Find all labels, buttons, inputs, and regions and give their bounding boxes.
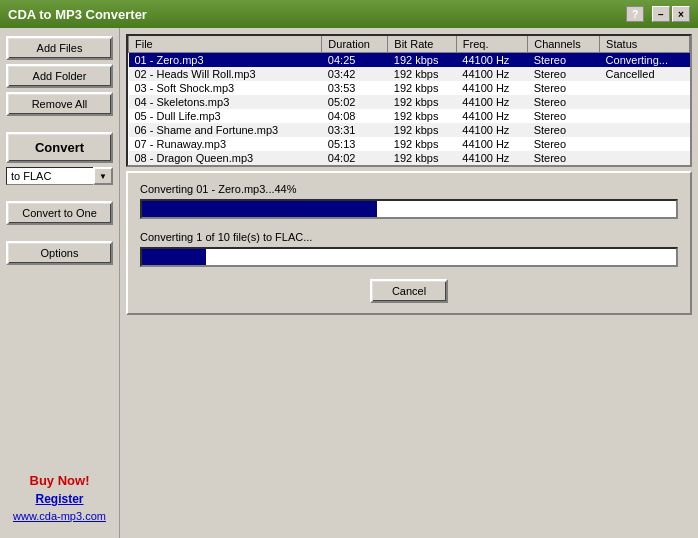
table-row[interactable]: 02 - Heads Will Roll.mp303:42192 kbps441… <box>129 67 690 81</box>
table-cell: 02 - Heads Will Roll.mp3 <box>129 67 322 81</box>
table-cell: 06 - Shame and Fortune.mp3 <box>129 123 322 137</box>
table-cell: Stereo <box>528 53 600 68</box>
table-header: File Duration Bit Rate Freq. Channels St… <box>129 36 690 53</box>
table-cell: 192 kbps <box>388 53 456 68</box>
table-cell: 04:02 <box>322 151 388 165</box>
window-controls: ? − × <box>626 6 690 22</box>
remove-all-button[interactable]: Remove All <box>6 92 113 116</box>
table-cell: 03:53 <box>322 81 388 95</box>
table-cell: 192 kbps <box>388 123 456 137</box>
buy-section: Buy Now! Register www.cda-mp3.com <box>6 465 113 530</box>
table-row[interactable]: 03 - Soft Shock.mp303:53192 kbps44100 Hz… <box>129 81 690 95</box>
col-channels: Channels <box>528 36 600 53</box>
table-cell: 03:42 <box>322 67 388 81</box>
table-cell: 44100 Hz <box>456 95 527 109</box>
col-duration: Duration <box>322 36 388 53</box>
table-row[interactable]: 07 - Runaway.mp305:13192 kbps44100 HzSte… <box>129 137 690 151</box>
progress-dialog: Converting 01 - Zero.mp3...44% Convertin… <box>126 171 692 315</box>
table-row[interactable]: 01 - Zero.mp304:25192 kbps44100 HzStereo… <box>129 53 690 68</box>
table-cell: 44100 Hz <box>456 109 527 123</box>
table-cell: 04 - Skeletons.mp3 <box>129 95 322 109</box>
format-row: to FLAC to MP3 to WAV to OGG ▼ <box>6 167 113 185</box>
table-row[interactable]: 06 - Shame and Fortune.mp303:31192 kbps4… <box>129 123 690 137</box>
convert-to-one-button[interactable]: Convert to One <box>6 201 113 225</box>
overall-progress-bar-container <box>140 247 678 267</box>
convert-button[interactable]: Convert <box>6 132 113 163</box>
table-cell: 08 - Dragon Queen.mp3 <box>129 151 322 165</box>
file-list-container: File Duration Bit Rate Freq. Channels St… <box>126 34 692 167</box>
table-cell: 07 - Runaway.mp3 <box>129 137 322 151</box>
add-folder-button[interactable]: Add Folder <box>6 64 113 88</box>
col-file: File <box>129 36 322 53</box>
options-button[interactable]: Options <box>6 241 113 265</box>
sidebar: Add Files Add Folder Remove All Convert … <box>0 28 120 538</box>
table-cell: Converting... <box>600 53 690 68</box>
table-cell: 44100 Hz <box>456 151 527 165</box>
table-cell: 44100 Hz <box>456 137 527 151</box>
table-cell: 44100 Hz <box>456 81 527 95</box>
table-cell <box>600 123 690 137</box>
table-cell: 192 kbps <box>388 109 456 123</box>
table-cell: Stereo <box>528 81 600 95</box>
add-files-button[interactable]: Add Files <box>6 36 113 60</box>
col-freq: Freq. <box>456 36 527 53</box>
col-bitrate: Bit Rate <box>388 36 456 53</box>
table-cell: 04:25 <box>322 53 388 68</box>
cancel-row: Cancel <box>140 279 678 303</box>
register-link[interactable]: Register <box>6 492 113 506</box>
table-cell: 44100 Hz <box>456 53 527 68</box>
table-cell <box>600 151 690 165</box>
close-button[interactable]: × <box>672 6 690 22</box>
content-area: File Duration Bit Rate Freq. Channels St… <box>120 28 698 538</box>
table-cell: 03 - Soft Shock.mp3 <box>129 81 322 95</box>
table-cell: 05 - Dull Life.mp3 <box>129 109 322 123</box>
website-link[interactable]: www.cda-mp3.com <box>6 510 113 522</box>
table-cell: 192 kbps <box>388 95 456 109</box>
table-cell: 192 kbps <box>388 81 456 95</box>
table-cell: Stereo <box>528 123 600 137</box>
table-row[interactable]: 08 - Dragon Queen.mp304:02192 kbps44100 … <box>129 151 690 165</box>
overall-progress-text: Converting 1 of 10 file(s) to FLAC... <box>140 231 678 243</box>
file-progress-bar-container <box>140 199 678 219</box>
table-cell: 192 kbps <box>388 151 456 165</box>
table-cell: 05:02 <box>322 95 388 109</box>
table-cell <box>600 137 690 151</box>
buy-now-link[interactable]: Buy Now! <box>6 473 113 488</box>
title-bar: CDA to MP3 Converter ? − × <box>0 0 698 28</box>
col-status: Status <box>600 36 690 53</box>
table-row[interactable]: 04 - Skeletons.mp305:02192 kbps44100 HzS… <box>129 95 690 109</box>
table-cell: 192 kbps <box>388 67 456 81</box>
cancel-button[interactable]: Cancel <box>370 279 448 303</box>
table-cell <box>600 81 690 95</box>
table-cell: Stereo <box>528 151 600 165</box>
table-cell: 05:13 <box>322 137 388 151</box>
main-layout: Add Files Add Folder Remove All Convert … <box>0 28 698 538</box>
table-cell: Stereo <box>528 109 600 123</box>
overall-progress-fill <box>142 249 206 265</box>
file-table-body: 01 - Zero.mp304:25192 kbps44100 HzStereo… <box>129 53 690 166</box>
table-cell: Stereo <box>528 137 600 151</box>
table-cell: 44100 Hz <box>456 123 527 137</box>
help-button[interactable]: ? <box>626 6 644 22</box>
table-cell <box>600 109 690 123</box>
table-cell: 04:08 <box>322 109 388 123</box>
table-cell: 03:31 <box>322 123 388 137</box>
file-progress-fill <box>142 201 377 217</box>
window-title: CDA to MP3 Converter <box>8 7 626 22</box>
table-cell: Stereo <box>528 95 600 109</box>
table-cell: 44100 Hz <box>456 67 527 81</box>
table-cell: Cancelled <box>600 67 690 81</box>
table-cell: 01 - Zero.mp3 <box>129 53 322 68</box>
minimize-button[interactable]: − <box>652 6 670 22</box>
table-row[interactable]: 05 - Dull Life.mp304:08192 kbps44100 HzS… <box>129 109 690 123</box>
file-progress-text: Converting 01 - Zero.mp3...44% <box>140 183 678 195</box>
table-cell <box>600 95 690 109</box>
format-dropdown-button[interactable]: ▼ <box>93 167 113 185</box>
table-cell: Stereo <box>528 67 600 81</box>
table-cell: 192 kbps <box>388 137 456 151</box>
file-table: File Duration Bit Rate Freq. Channels St… <box>128 36 690 165</box>
format-select[interactable]: to FLAC to MP3 to WAV to OGG <box>6 167 93 185</box>
